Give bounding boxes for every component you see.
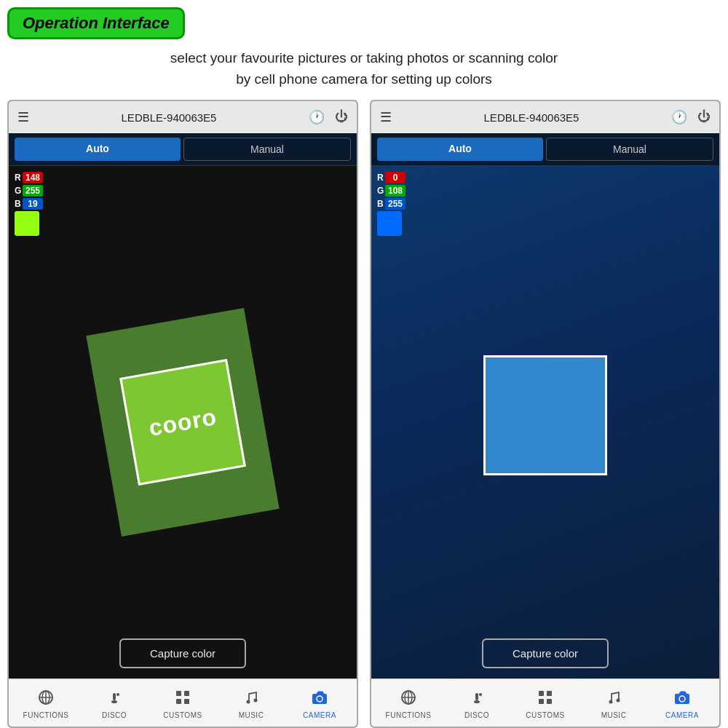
camera-label-right: CAMERA bbox=[665, 711, 699, 719]
nav-camera-left[interactable]: CAMERA bbox=[285, 689, 354, 719]
camera-icon-left bbox=[312, 689, 328, 709]
b-value-right: 255 bbox=[385, 198, 405, 210]
svg-rect-24 bbox=[539, 699, 544, 704]
nav-customs-left[interactable]: CUSTOMS bbox=[149, 689, 217, 719]
nav-customs-right[interactable]: CUSTOMS bbox=[511, 689, 579, 719]
color-swatch-right bbox=[377, 211, 402, 236]
phone-left-content: cooro R 148 G 255 bbox=[9, 166, 357, 678]
music-icon-left bbox=[243, 689, 259, 709]
camera-view-right: R 0 G 108 B 255 bbox=[371, 166, 719, 678]
nav-disco-left[interactable]: DISCO bbox=[80, 689, 149, 719]
camera-view-left: cooro R 148 G 255 bbox=[9, 166, 357, 678]
g-value-left: 255 bbox=[23, 185, 43, 197]
tab-bar-right: Auto Manual bbox=[371, 133, 719, 166]
g-label-right: G bbox=[377, 186, 383, 196]
page-title: Operation Interface bbox=[23, 14, 170, 32]
disco-icon-right bbox=[469, 689, 485, 709]
tab-bar-left: Auto Manual bbox=[9, 133, 357, 166]
nav-music-right[interactable]: MUSIC bbox=[579, 689, 648, 719]
phone-right: ☰ LEDBLE-940063E5 🕐 ⏻ Auto Manual bbox=[370, 100, 721, 728]
clock-icon-left[interactable]: 🕐 bbox=[309, 109, 325, 125]
rgb-g-row-right: G 108 bbox=[377, 185, 405, 197]
nav-disco-right[interactable]: DISCO bbox=[443, 689, 511, 719]
music-label-left: MUSIC bbox=[239, 711, 264, 719]
rgb-b-row-right: B 255 bbox=[377, 198, 405, 210]
blue-square-overlay bbox=[483, 355, 607, 475]
customs-icon-right bbox=[537, 689, 553, 709]
capture-btn-right[interactable]: Capture color bbox=[482, 638, 609, 668]
color-swatch-left bbox=[15, 211, 39, 236]
nav-camera-right[interactable]: CAMERA bbox=[648, 689, 716, 719]
camera-icon-right bbox=[674, 689, 690, 709]
svg-point-27 bbox=[617, 699, 620, 703]
logo-text: cooro bbox=[147, 403, 219, 442]
nav-functions-right[interactable]: FUNCTIONS bbox=[374, 689, 443, 719]
page-wrapper: Operation Interface select your favourit… bbox=[0, 0, 728, 728]
rgb-r-row-left: R 148 bbox=[15, 172, 43, 183]
r-label-right: R bbox=[377, 173, 383, 183]
power-icon-right[interactable]: ⏻ bbox=[697, 109, 711, 125]
svg-rect-22 bbox=[539, 691, 544, 696]
rgb-r-row-right: R 0 bbox=[377, 172, 405, 183]
rgb-b-row-left: B 19 bbox=[15, 198, 43, 210]
disco-label-right: DISCO bbox=[464, 711, 489, 719]
phone-left-topbar: ☰ LEDBLE-940063E5 🕐 ⏻ bbox=[9, 101, 357, 133]
customs-label-right: CUSTOMS bbox=[526, 711, 564, 719]
tab-auto-right[interactable]: Auto bbox=[377, 138, 543, 161]
phone-right-content: R 0 G 108 B 255 bbox=[371, 166, 719, 678]
topbar-icons-left: 🕐 ⏻ bbox=[309, 109, 348, 125]
power-icon-left[interactable]: ⏻ bbox=[335, 109, 348, 125]
green-card: cooro bbox=[86, 308, 279, 537]
subtitle-line2: by cell phone camera for setting up colo… bbox=[236, 71, 492, 87]
topbar-icons-right: 🕐 ⏻ bbox=[671, 109, 711, 125]
music-icon-right bbox=[606, 689, 622, 709]
customs-icon-left bbox=[175, 689, 191, 709]
g-value-right: 108 bbox=[385, 185, 405, 197]
tab-manual-right[interactable]: Manual bbox=[546, 138, 713, 161]
svg-point-14 bbox=[317, 696, 323, 702]
svg-point-19 bbox=[474, 700, 480, 703]
rgb-values-right: R 0 G 108 B 255 bbox=[377, 172, 405, 210]
phone-left: ☰ LEDBLE-940063E5 🕐 ⏻ Auto Manual bbox=[7, 100, 358, 728]
menu-icon-left[interactable]: ☰ bbox=[17, 109, 29, 125]
functions-label-right: FUNCTIONS bbox=[386, 711, 432, 719]
clock-icon-right[interactable]: 🕐 bbox=[671, 109, 687, 125]
disco-label-left: DISCO bbox=[102, 711, 127, 719]
tab-auto-left[interactable]: Auto bbox=[15, 138, 181, 161]
svg-point-26 bbox=[609, 700, 613, 704]
camera-label-left: CAMERA bbox=[303, 711, 336, 719]
g-label-left: G bbox=[15, 186, 20, 196]
svg-point-21 bbox=[479, 693, 482, 696]
svg-point-29 bbox=[679, 696, 685, 702]
svg-rect-9 bbox=[176, 699, 181, 704]
bottom-nav-right: FUNCTIONS DISCO bbox=[371, 678, 719, 727]
svg-rect-8 bbox=[184, 691, 189, 696]
menu-icon-right[interactable]: ☰ bbox=[380, 109, 392, 125]
r-label-left: R bbox=[15, 173, 20, 183]
subtitle-line1: select your favourite pictures or taking… bbox=[170, 50, 558, 66]
r-value-right: 0 bbox=[385, 172, 405, 183]
b-label-left: B bbox=[15, 199, 20, 209]
subtitle: select your favourite pictures or taking… bbox=[170, 48, 558, 90]
b-label-right: B bbox=[377, 199, 383, 209]
green-square-overlay: cooro bbox=[119, 359, 246, 486]
functions-icon-left bbox=[38, 689, 54, 709]
capture-btn-left[interactable]: Capture color bbox=[119, 638, 246, 668]
svg-rect-7 bbox=[176, 691, 181, 696]
phone-right-topbar: ☰ LEDBLE-940063E5 🕐 ⏻ bbox=[371, 101, 719, 133]
b-value-left: 19 bbox=[23, 198, 43, 210]
rgb-g-row-left: G 255 bbox=[15, 185, 43, 197]
svg-point-12 bbox=[254, 699, 258, 703]
svg-rect-10 bbox=[184, 699, 189, 704]
functions-icon-right bbox=[400, 689, 416, 709]
nav-music-left[interactable]: MUSIC bbox=[217, 689, 285, 719]
svg-rect-5 bbox=[113, 693, 116, 700]
phones-container: ☰ LEDBLE-940063E5 🕐 ⏻ Auto Manual bbox=[7, 100, 721, 728]
device-name-left: LEDBLE-940063E5 bbox=[36, 111, 301, 124]
tab-manual-left[interactable]: Manual bbox=[183, 138, 351, 161]
rgb-values-left: R 148 G 255 B 19 bbox=[15, 172, 43, 210]
customs-label-left: CUSTOMS bbox=[163, 711, 202, 719]
title-badge: Operation Interface bbox=[7, 7, 185, 39]
r-value-left: 148 bbox=[23, 172, 43, 183]
nav-functions-left[interactable]: FUNCTIONS bbox=[12, 689, 80, 719]
